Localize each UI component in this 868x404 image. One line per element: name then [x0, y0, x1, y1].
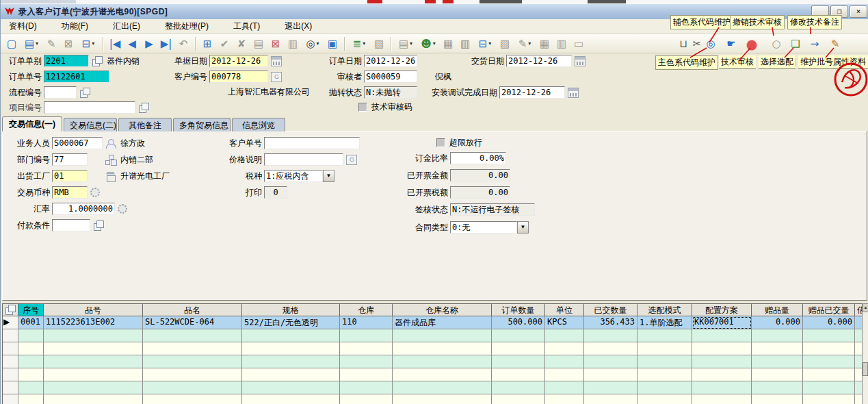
cell[interactable]: [242, 329, 340, 342]
tab-3[interactable]: 其他备注: [118, 118, 172, 131]
menu-item-5[interactable]: 退出(X): [282, 19, 315, 34]
empty-table-row[interactable]: [3, 342, 863, 355]
lock-document-icon[interactable]: ▥: [457, 36, 473, 52]
deposit-ratio-input[interactable]: [450, 152, 506, 164]
over-limit-checkbox[interactable]: [436, 138, 445, 147]
cell[interactable]: 器件成品库: [393, 316, 492, 329]
cell[interactable]: [44, 355, 143, 368]
cell[interactable]: [803, 394, 855, 404]
cell[interactable]: 1115223613E002: [44, 316, 143, 329]
tab-2[interactable]: 交易信息(二): [64, 118, 117, 131]
cell[interactable]: [340, 342, 393, 355]
cell[interactable]: [393, 355, 492, 368]
cell[interactable]: 0.000: [752, 316, 803, 329]
chevron-down-icon[interactable]: ▾: [317, 36, 319, 51]
row-indicator[interactable]: [3, 355, 18, 368]
chevron-down-icon[interactable]: ▾: [36, 36, 38, 51]
row-indicator[interactable]: [3, 368, 18, 381]
last-record-icon[interactable]: ▶|: [158, 36, 174, 52]
column-header-8[interactable]: 单位: [545, 304, 584, 316]
cell[interactable]: [242, 342, 340, 355]
cell[interactable]: [393, 342, 492, 355]
cell[interactable]: [242, 368, 340, 381]
cell[interactable]: [803, 355, 855, 368]
exchange-rate-input[interactable]: [52, 203, 115, 215]
cell[interactable]: [393, 381, 492, 394]
preview-document-icon[interactable]: ▤▾: [21, 36, 42, 52]
empty-table-row[interactable]: [3, 329, 863, 342]
flow-no-input[interactable]: [44, 86, 77, 99]
tech-audit-icon[interactable]: ●: [744, 36, 760, 52]
find-icon[interactable]: ◎▾: [302, 36, 324, 52]
column-header-11[interactable]: 配置方案: [692, 304, 752, 316]
payment-terms-input[interactable]: [52, 219, 90, 231]
cell[interactable]: 0.000: [803, 316, 855, 329]
copy-icon[interactable]: [93, 220, 104, 231]
menu-item-0[interactable]: 资料(D): [6, 19, 40, 34]
cell[interactable]: KK007001: [692, 316, 752, 329]
customer-browse-icon[interactable]: [271, 72, 282, 82]
cell[interactable]: SL-522WCDE-064: [143, 316, 242, 329]
scrollbar-thumb[interactable]: [863, 362, 868, 376]
cell[interactable]: [18, 368, 44, 381]
cell[interactable]: [242, 394, 340, 404]
currency-input[interactable]: [52, 186, 88, 199]
cell[interactable]: [752, 368, 803, 381]
clipboard-icon[interactable]: ▣: [324, 36, 341, 52]
column-header-7[interactable]: 订单数量: [492, 304, 545, 316]
copy-icon[interactable]: [138, 103, 149, 113]
edit-remark-icon[interactable]: ✎: [827, 36, 843, 52]
cell[interactable]: [692, 394, 752, 404]
tech-audit-undo-icon[interactable]: ○: [768, 36, 785, 52]
customer-order-no-input[interactable]: [264, 137, 360, 149]
org-chart-icon[interactable]: [105, 155, 116, 165]
cell[interactable]: [752, 342, 803, 355]
cell[interactable]: [584, 355, 637, 368]
close-button[interactable]: ×: [850, 5, 867, 18]
cell[interactable]: [492, 355, 545, 368]
scroll-up-icon[interactable]: ▲: [863, 303, 868, 312]
tab-4[interactable]: 多角贸易信息: [173, 118, 231, 131]
chevron-down-icon[interactable]: ▾: [528, 36, 531, 51]
print-icon[interactable]: ⊟▾: [77, 36, 99, 52]
aux-color-code-maintain-button[interactable]: 辅色系代码维护: [670, 15, 733, 29]
exchange-gear-icon[interactable]: [90, 188, 100, 197]
select-config-button[interactable]: 选择选配: [759, 55, 795, 69]
person-icon[interactable]: [105, 138, 116, 149]
cell[interactable]: [545, 342, 584, 355]
column-header-10[interactable]: 选配模式: [637, 304, 692, 316]
menu-item-1[interactable]: 功能(F): [59, 19, 91, 34]
cell[interactable]: [584, 342, 637, 355]
cell[interactable]: [492, 368, 545, 381]
cell[interactable]: [584, 329, 637, 342]
cell[interactable]: [584, 381, 637, 394]
cell[interactable]: 110: [340, 316, 393, 329]
row-indicator[interactable]: [3, 394, 18, 404]
cell[interactable]: [143, 355, 242, 368]
factory-icon[interactable]: [105, 171, 116, 181]
import-enter-icon[interactable]: →: [806, 36, 823, 52]
modify-tech-remark-button[interactable]: 修改技术备注: [787, 15, 842, 29]
cell[interactable]: [340, 355, 393, 368]
cell[interactable]: [44, 381, 143, 394]
cell[interactable]: [692, 355, 752, 368]
tax-type-combo[interactable]: 1:应税内含 ▼: [264, 170, 334, 182]
calendar-icon[interactable]: [568, 88, 579, 98]
cell[interactable]: [492, 329, 545, 342]
menu-item-3[interactable]: 整批处理(P): [162, 19, 211, 34]
price-note-icon[interactable]: [346, 155, 357, 165]
cell[interactable]: [752, 329, 803, 342]
cell[interactable]: 1.单阶选配: [637, 316, 692, 329]
tree-view-icon[interactable]: ≣▾: [348, 36, 370, 52]
cell[interactable]: [393, 394, 492, 404]
cell[interactable]: [637, 368, 692, 381]
cell[interactable]: 522/正白/无色透明: [242, 316, 340, 329]
tab-1[interactable]: 交易信息(一): [2, 116, 62, 131]
cell[interactable]: [340, 329, 393, 342]
batch-select-icon[interactable]: ☛: [723, 36, 739, 52]
row-indicator[interactable]: [3, 342, 18, 355]
install-date-input[interactable]: [499, 86, 565, 99]
tech-audit-button[interactable]: 技术审核: [719, 55, 756, 69]
empty-table-row[interactable]: [3, 368, 863, 381]
column-header-6[interactable]: 仓库名称: [393, 304, 492, 316]
